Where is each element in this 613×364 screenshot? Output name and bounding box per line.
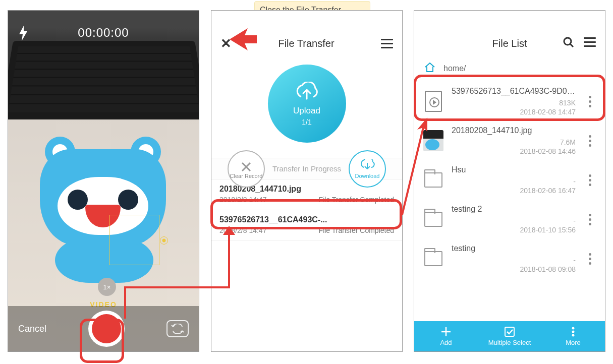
- upload-button[interactable]: Upload 1/1: [268, 65, 346, 143]
- search-button[interactable]: [563, 36, 575, 50]
- folder-icon: [423, 247, 443, 270]
- file-size: -: [573, 256, 576, 264]
- multi-label: Multiple Select: [488, 339, 531, 346]
- file-menu-button[interactable]: [584, 214, 596, 225]
- file-row[interactable]: 20180208_144710.jpg 7.6M 2018-02-08 14:4…: [414, 121, 605, 160]
- hamburger-menu[interactable]: [381, 39, 393, 48]
- svg-point-2: [572, 327, 575, 330]
- transfer-item-name: 53976526713__61CA493C-...: [219, 215, 394, 224]
- photo-subject: [27, 127, 184, 278]
- file-date: 2018-02-08 14:47: [520, 108, 576, 116]
- hamburger-menu[interactable]: [584, 37, 596, 47]
- file-name: Hsu: [452, 165, 576, 174]
- more-button[interactable]: More: [541, 321, 605, 351]
- file-row[interactable]: testing 2 - 2018-01-10 15:56: [414, 200, 605, 239]
- clear-record-label: Clear Record: [230, 173, 263, 179]
- file-row[interactable]: testing - 2018-01-08 09:08: [414, 239, 605, 278]
- shutter-button[interactable]: [88, 311, 125, 347]
- breadcrumb[interactable]: home/: [414, 58, 605, 82]
- file-date: 2018-02-06 16:47: [520, 187, 576, 195]
- svg-point-4: [572, 334, 575, 337]
- screen-file-transfer: ✕ File Transfer Upload 1/1 Clear Record …: [211, 10, 403, 352]
- folder-icon: [423, 168, 443, 192]
- file-menu-button[interactable]: [584, 253, 596, 265]
- photo-thumb-icon: [423, 129, 443, 152]
- page-title: File Transfer: [232, 38, 381, 49]
- add-button[interactable]: Add: [414, 321, 478, 351]
- transfer-item[interactable]: 53976526713__61CA493C-... 2018/2/8 14:47…: [211, 210, 402, 241]
- clear-record-button[interactable]: Clear Record: [228, 150, 265, 188]
- file-menu-button[interactable]: [584, 174, 596, 186]
- file-name: 53976526713__61CA493C-9D02...: [452, 87, 576, 96]
- zoom-indicator[interactable]: 1×: [98, 278, 116, 296]
- file-size: 813K: [559, 99, 576, 107]
- svg-rect-1: [505, 327, 514, 336]
- home-icon: [424, 63, 435, 75]
- recording-timer: 00:00:00: [8, 26, 199, 40]
- file-size: 7.6M: [560, 138, 576, 146]
- transfer-item-status: File Transfer Completed: [319, 196, 394, 204]
- file-name: testing: [452, 244, 576, 253]
- file-row[interactable]: Hsu - 2018-02-06 16:47: [414, 160, 605, 200]
- video-file-icon: [423, 90, 443, 113]
- bottom-toolbar: Add Multiple Select More: [414, 321, 605, 351]
- close-button[interactable]: ✕: [220, 36, 232, 51]
- file-date: 2018-01-10 15:56: [520, 226, 576, 234]
- file-name: testing 2: [452, 205, 576, 214]
- multiple-select-button[interactable]: Multiple Select: [478, 321, 541, 351]
- page-title: File List: [492, 38, 527, 49]
- add-label: Add: [440, 339, 452, 346]
- file-size: -: [573, 177, 576, 186]
- svg-point-0: [564, 38, 571, 45]
- folder-icon: [423, 208, 443, 231]
- upload-label: Upload: [293, 106, 320, 116]
- focus-reticle: [109, 215, 159, 265]
- breadcrumb-path: home/: [443, 64, 466, 73]
- switch-camera-button[interactable]: [166, 320, 189, 337]
- file-date: 2018-01-08 09:08: [520, 265, 576, 273]
- file-menu-button[interactable]: [584, 96, 596, 107]
- file-row[interactable]: 53976526713__61CA493C-9D02... 813K 2018-…: [414, 82, 605, 121]
- screen-camera: 1× 00:00:00 VIDEO Cancel: [8, 10, 199, 352]
- file-date: 2018-02-08 14:46: [520, 147, 576, 155]
- download-label: Download: [355, 173, 380, 179]
- svg-point-3: [572, 331, 575, 333]
- transfer-item-status: File Transfer Completed: [319, 226, 394, 234]
- cancel-button[interactable]: Cancel: [18, 324, 46, 334]
- transfer-item-time: 2018/2/8 14:47: [219, 196, 266, 204]
- file-name: 20180208_144710.jpg: [452, 126, 576, 135]
- screen-file-list: File List home/ 53976526713__61CA493C-9D…: [414, 10, 605, 352]
- file-menu-button[interactable]: [584, 135, 596, 147]
- download-button[interactable]: Download: [349, 150, 386, 188]
- photo-keyboard: [8, 41, 199, 119]
- file-size: -: [573, 217, 576, 225]
- transfer-item-time: 2018/2/8 14:47: [219, 226, 266, 234]
- upload-count: 1/1: [302, 118, 311, 126]
- more-label: More: [566, 339, 581, 346]
